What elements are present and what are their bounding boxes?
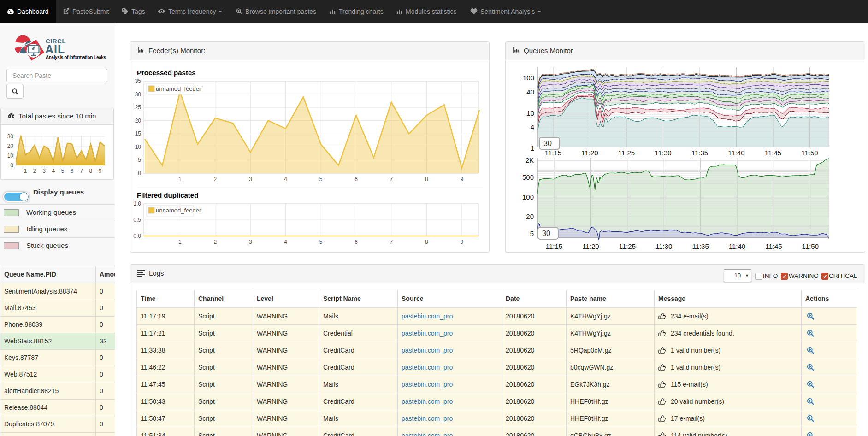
svg-text:10: 10 xyxy=(135,144,142,150)
svg-text:4: 4 xyxy=(531,123,534,131)
svg-text:11:25: 11:25 xyxy=(619,242,636,250)
svg-text:11:30: 11:30 xyxy=(655,149,671,157)
svg-text:10: 10 xyxy=(7,153,14,159)
svg-text:11:20: 11:20 xyxy=(582,242,599,250)
svg-text:6: 6 xyxy=(71,168,74,174)
svg-text:11:35: 11:35 xyxy=(691,149,708,157)
svg-text:20: 20 xyxy=(526,212,534,220)
svg-text:40: 40 xyxy=(526,88,534,96)
svg-text:5: 5 xyxy=(319,239,323,245)
svg-text:11:15: 11:15 xyxy=(545,149,561,157)
svg-text:0: 0 xyxy=(138,170,141,177)
svg-text:3: 3 xyxy=(42,168,46,174)
svg-text:2: 2 xyxy=(213,176,217,183)
svg-text:Processed pastes: Processed pastes xyxy=(137,69,196,77)
svg-text:10: 10 xyxy=(526,109,534,117)
svg-text:11:20: 11:20 xyxy=(581,149,598,157)
svg-text:6: 6 xyxy=(354,176,358,183)
svg-text:20: 20 xyxy=(7,143,14,149)
svg-text:35: 35 xyxy=(135,78,142,84)
svg-text:AIL: AIL xyxy=(45,43,65,56)
svg-text:Filtered duplicated: Filtered duplicated xyxy=(137,191,198,199)
svg-text:500: 500 xyxy=(522,173,534,181)
svg-text:11:45: 11:45 xyxy=(765,149,781,157)
svg-text:1: 1 xyxy=(531,144,534,152)
svg-text:15: 15 xyxy=(135,130,142,137)
svg-text:6: 6 xyxy=(354,239,358,245)
svg-text:5: 5 xyxy=(61,168,65,174)
svg-text:2: 2 xyxy=(33,168,36,174)
svg-text:1: 1 xyxy=(178,176,182,183)
svg-text:1: 1 xyxy=(178,239,182,245)
svg-text:7: 7 xyxy=(390,239,393,245)
svg-text:3: 3 xyxy=(249,239,252,245)
svg-text:8: 8 xyxy=(89,168,92,174)
svg-text:11:25: 11:25 xyxy=(618,149,635,157)
svg-text:0: 0 xyxy=(10,162,13,169)
svg-text:4: 4 xyxy=(52,168,55,174)
svg-text:9: 9 xyxy=(460,176,463,183)
svg-text:11:15: 11:15 xyxy=(546,242,562,250)
svg-text:9: 9 xyxy=(99,168,102,174)
svg-text:100: 100 xyxy=(522,193,534,201)
svg-text:5: 5 xyxy=(138,157,141,163)
svg-text:Analysis of Information Leaks: Analysis of Information Leaks xyxy=(46,55,106,60)
svg-text:2K: 2K xyxy=(526,156,534,164)
svg-text:30: 30 xyxy=(7,133,14,140)
svg-text:11:50: 11:50 xyxy=(801,149,818,157)
svg-text:8: 8 xyxy=(425,239,428,245)
svg-text:5: 5 xyxy=(530,230,534,237)
svg-text:5: 5 xyxy=(319,176,323,183)
svg-text:2: 2 xyxy=(213,239,217,245)
svg-text:0.5: 0.5 xyxy=(133,217,141,223)
svg-text:4: 4 xyxy=(284,239,287,245)
svg-text:unnamed_feeder: unnamed_feeder xyxy=(156,207,201,214)
svg-text:1: 1 xyxy=(24,168,27,174)
svg-text:0.0: 0.0 xyxy=(133,233,141,239)
svg-text:1.0: 1.0 xyxy=(133,200,141,207)
svg-text:11:35: 11:35 xyxy=(692,242,709,250)
svg-text:11:30: 11:30 xyxy=(655,242,672,250)
svg-text:25: 25 xyxy=(135,104,142,111)
svg-text:20: 20 xyxy=(135,118,142,124)
svg-text:11:40: 11:40 xyxy=(728,149,744,157)
svg-text:7: 7 xyxy=(390,176,393,183)
svg-text:100: 100 xyxy=(523,74,534,82)
svg-text:11:45: 11:45 xyxy=(765,242,782,250)
svg-text:11:40: 11:40 xyxy=(729,242,745,250)
svg-text:3: 3 xyxy=(249,176,252,183)
svg-text:4: 4 xyxy=(284,176,287,183)
svg-text:11:50: 11:50 xyxy=(802,242,819,250)
svg-text:9: 9 xyxy=(460,239,463,245)
svg-text:7: 7 xyxy=(80,168,83,174)
svg-text:8: 8 xyxy=(425,176,428,183)
svg-text:30: 30 xyxy=(135,91,142,98)
svg-text:unnamed_feeder: unnamed_feeder xyxy=(156,85,201,92)
